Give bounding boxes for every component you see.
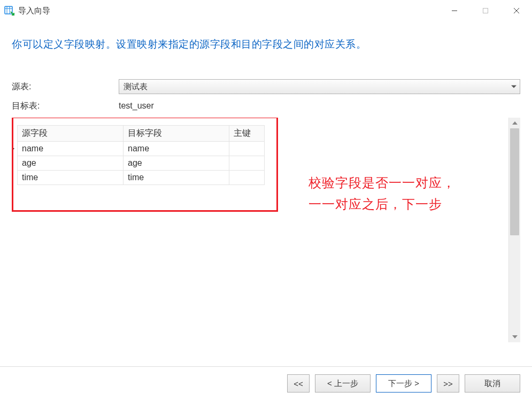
window-controls — [439, 0, 532, 21]
table-row[interactable]: age age — [18, 156, 265, 171]
cell-primary-key[interactable] — [229, 156, 265, 171]
source-table-label: 源表: — [12, 81, 119, 93]
current-row-marker-icon — [12, 145, 14, 152]
cell-target-field[interactable]: age — [124, 156, 229, 171]
cancel-button[interactable]: 取消 — [465, 374, 520, 393]
import-wizard-icon — [4, 5, 15, 16]
annotation-line1: 校验字段是否一一对应， — [309, 172, 456, 194]
wizard-footer: << < 上一步 下一步 > >> 取消 — [287, 374, 520, 393]
field-mapping-table[interactable]: 源字段 目标字段 主键 name name age age — [17, 125, 265, 185]
annotation-text: 校验字段是否一一对应， 一一对应之后，下一步 — [309, 172, 456, 215]
cell-target-field[interactable]: time — [124, 171, 229, 185]
scroll-track[interactable] — [509, 128, 520, 332]
first-page-button[interactable]: << — [287, 374, 310, 393]
cell-source-field[interactable]: name — [18, 142, 124, 156]
source-table-select[interactable]: 测试表 — [119, 79, 520, 94]
minimize-button[interactable] — [439, 0, 470, 21]
mapping-area: 源字段 目标字段 主键 name name age age — [12, 118, 520, 342]
maximize-button — [470, 0, 501, 21]
header-source-field: 源字段 — [18, 126, 124, 142]
wizard-description: 你可以定义字段映射。设置映射来指定的源字段和目的字段之间的对应关系。 — [0, 21, 532, 57]
cell-source-field[interactable]: age — [18, 156, 124, 171]
svg-marker-9 — [512, 335, 518, 339]
target-table-label: 目标表: — [12, 101, 119, 112]
vertical-scrollbar[interactable] — [508, 118, 520, 342]
cell-target-field[interactable]: name — [124, 142, 229, 156]
form-area: 源表: 测试表 目标表: test_user — [0, 57, 532, 114]
header-target-field: 目标字段 — [124, 126, 229, 142]
scroll-up-button[interactable] — [509, 118, 520, 128]
previous-button[interactable]: < 上一步 — [315, 374, 371, 393]
cell-primary-key[interactable] — [229, 142, 265, 156]
annotation-line2: 一一对应之后，下一步 — [309, 194, 456, 215]
mapping-inner: 源字段 目标字段 主键 name name age age — [12, 118, 508, 342]
table-header-row: 源字段 目标字段 主键 — [18, 126, 265, 142]
titlebar: 导入向导 — [0, 0, 532, 21]
window-title: 导入向导 — [18, 6, 50, 16]
scroll-thumb[interactable] — [510, 128, 519, 235]
scroll-down-button[interactable] — [509, 332, 520, 342]
chevron-down-icon — [511, 86, 516, 88]
footer-divider — [0, 366, 532, 367]
last-page-button[interactable]: >> — [437, 374, 459, 393]
source-table-value: 测试表 — [124, 82, 148, 92]
cell-text: name — [22, 144, 43, 153]
table-row[interactable]: time time — [18, 171, 265, 185]
next-button[interactable]: 下一步 > — [376, 374, 431, 393]
target-table-row: 目标表: test_user — [12, 97, 520, 114]
cell-primary-key[interactable] — [229, 171, 265, 185]
close-button[interactable] — [501, 0, 532, 21]
table-row[interactable]: name name — [18, 142, 265, 156]
svg-marker-8 — [512, 121, 518, 125]
target-table-value: test_user — [119, 101, 154, 111]
cell-source-field[interactable]: time — [18, 171, 124, 185]
header-primary-key: 主键 — [229, 126, 265, 142]
source-table-row: 源表: 测试表 — [12, 78, 520, 95]
svg-rect-5 — [483, 9, 488, 13]
